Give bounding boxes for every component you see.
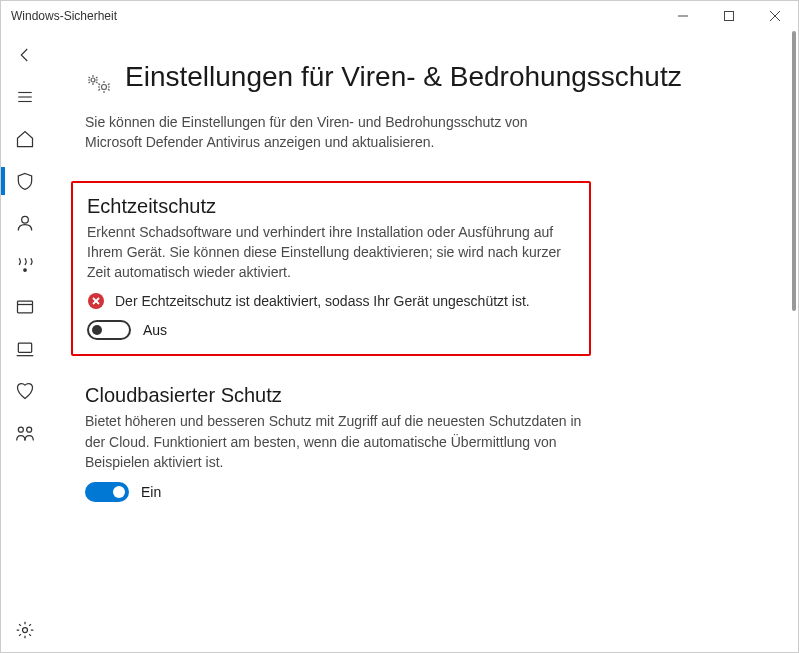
svg-point-13 xyxy=(18,427,23,432)
menu-button[interactable] xyxy=(5,77,45,117)
cloud-description: Bietet höheren und besseren Schutz mit Z… xyxy=(85,411,605,472)
svg-point-14 xyxy=(27,427,32,432)
cloud-toggle-label: Ein xyxy=(141,484,161,500)
sidebar-item-home[interactable] xyxy=(5,119,45,159)
svg-point-8 xyxy=(24,269,27,272)
cloud-toggle[interactable] xyxy=(85,482,129,502)
page-description: Sie können die Einstellungen für den Vir… xyxy=(85,112,585,153)
sidebar-item-firewall[interactable] xyxy=(5,245,45,285)
main-content: Einstellungen für Viren- & Bedrohungssch… xyxy=(49,31,798,652)
maximize-button[interactable] xyxy=(706,1,752,31)
scrollbar[interactable] xyxy=(790,31,798,652)
sidebar-item-device-health[interactable] xyxy=(5,371,45,411)
cloud-heading: Cloudbasierter Schutz xyxy=(85,384,605,407)
svg-rect-11 xyxy=(18,343,31,352)
sidebar-item-app-browser-control[interactable] xyxy=(5,287,45,327)
realtime-toggle[interactable] xyxy=(87,320,131,340)
realtime-status-row: Der Echtzeitschutz ist deaktiviert, soda… xyxy=(87,292,571,310)
svg-point-17 xyxy=(102,85,107,90)
svg-point-15 xyxy=(23,628,28,633)
sidebar-item-settings[interactable] xyxy=(5,610,45,650)
sidebar xyxy=(1,31,49,652)
sidebar-item-virus-protection[interactable] xyxy=(5,161,45,201)
cloud-protection-section: Cloudbasierter Schutz Bietet höheren und… xyxy=(85,384,605,502)
realtime-toggle-label: Aus xyxy=(143,322,167,338)
svg-rect-1 xyxy=(725,12,734,21)
svg-point-16 xyxy=(91,78,95,82)
title-bar: Windows-Sicherheit xyxy=(1,1,798,31)
close-button[interactable] xyxy=(752,1,798,31)
svg-point-7 xyxy=(22,216,29,223)
scrollbar-thumb[interactable] xyxy=(792,31,796,311)
back-button[interactable] xyxy=(5,35,45,75)
realtime-heading: Echtzeitschutz xyxy=(87,195,571,218)
realtime-status-text: Der Echtzeitschutz ist deaktiviert, soda… xyxy=(115,293,530,309)
page-title: Einstellungen für Viren- & Bedrohungssch… xyxy=(125,59,682,95)
sidebar-item-family-options[interactable] xyxy=(5,413,45,453)
sidebar-item-device-security[interactable] xyxy=(5,329,45,369)
window-title: Windows-Sicherheit xyxy=(11,9,117,23)
minimize-button[interactable] xyxy=(660,1,706,31)
realtime-description: Erkennt Schadsoftware und verhindert ihr… xyxy=(87,222,571,283)
sidebar-item-account-protection[interactable] xyxy=(5,203,45,243)
realtime-protection-section: Echtzeitschutz Erkennt Schadsoftware und… xyxy=(71,181,591,357)
svg-rect-9 xyxy=(18,301,33,313)
gears-icon xyxy=(85,71,113,98)
error-icon xyxy=(87,292,105,310)
